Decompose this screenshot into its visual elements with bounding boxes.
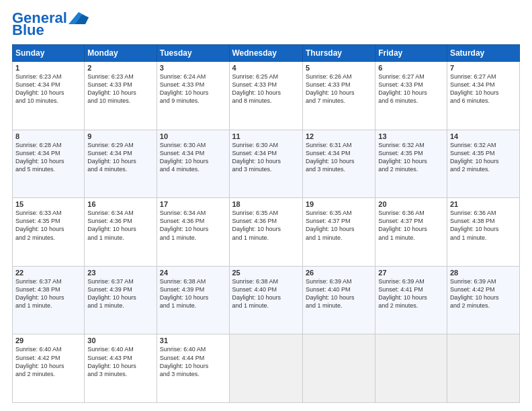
calendar-cell: 24 Sunrise: 6:38 AMSunset: 4:39 PMDaylig… [157,266,229,334]
day-number: 22 [15,269,81,277]
calendar-table: SundayMondayTuesdayWednesdayThursdayFrid… [12,44,520,403]
logo-icon [69,12,89,24]
weekday-monday: Monday [85,45,157,62]
calendar-cell: 9 Sunrise: 6:29 AMSunset: 4:34 PMDayligh… [85,130,157,198]
day-number: 30 [87,336,153,345]
day-number: 17 [160,200,226,208]
page: General Blue SundayMondayTuesdayWednesda… [0,0,532,411]
day-number: 15 [15,200,81,208]
calendar-cell: 27 Sunrise: 6:39 AMSunset: 4:41 PMDaylig… [375,266,447,334]
day-info: Sunrise: 6:30 AMSunset: 4:34 PMDaylight:… [160,142,209,173]
weekday-friday: Friday [375,45,447,62]
day-info: Sunrise: 6:34 AMSunset: 4:36 PMDaylight:… [87,210,136,240]
day-number: 25 [232,269,300,277]
day-info: Sunrise: 6:38 AMSunset: 4:39 PMDaylight:… [160,278,209,309]
day-info: Sunrise: 6:31 AMSunset: 4:34 PMDaylight:… [306,142,355,173]
day-info: Sunrise: 6:36 AMSunset: 4:37 PMDaylight:… [378,210,427,240]
day-number: 12 [306,132,372,140]
day-number: 31 [160,336,226,345]
calendar-cell: 28 Sunrise: 6:39 AMSunset: 4:42 PMDaylig… [447,266,519,334]
day-number: 10 [160,132,226,140]
calendar-cell: 7 Sunrise: 6:27 AMSunset: 4:34 PMDayligh… [447,62,519,130]
calendar-cell: 13 Sunrise: 6:32 AMSunset: 4:35 PMDaylig… [375,130,447,198]
day-number: 5 [306,64,372,72]
logo-blue: Blue [12,23,44,38]
day-info: Sunrise: 6:39 AMSunset: 4:42 PMDaylight:… [450,278,499,309]
day-number: 4 [232,64,300,72]
day-number: 29 [15,336,81,345]
calendar-cell: 10 Sunrise: 6:30 AMSunset: 4:34 PMDaylig… [157,130,229,198]
day-info: Sunrise: 6:35 AMSunset: 4:37 PMDaylight:… [306,210,355,240]
day-info: Sunrise: 6:39 AMSunset: 4:40 PMDaylight:… [306,278,355,309]
day-info: Sunrise: 6:36 AMSunset: 4:38 PMDaylight:… [450,210,499,240]
calendar-cell: 3 Sunrise: 6:24 AMSunset: 4:33 PMDayligh… [157,62,229,130]
weekday-sunday: Sunday [13,45,85,62]
calendar-cell: 4 Sunrise: 6:25 AMSunset: 4:33 PMDayligh… [229,62,302,130]
day-number: 16 [87,200,153,208]
day-number: 14 [450,132,517,140]
weekday-tuesday: Tuesday [157,45,229,62]
day-info: Sunrise: 6:40 AMSunset: 4:42 PMDaylight:… [15,346,64,377]
day-number: 8 [15,132,81,140]
week-row-4: 22 Sunrise: 6:37 AMSunset: 4:38 PMDaylig… [13,266,520,334]
day-info: Sunrise: 6:35 AMSunset: 4:36 PMDaylight:… [232,210,281,240]
logo: General Blue [12,11,89,38]
day-info: Sunrise: 6:26 AMSunset: 4:33 PMDaylight:… [306,73,355,104]
calendar-cell: 12 Sunrise: 6:31 AMSunset: 4:34 PMDaylig… [302,130,375,198]
calendar-cell: 29 Sunrise: 6:40 AMSunset: 4:42 PMDaylig… [13,334,85,403]
day-info: Sunrise: 6:27 AMSunset: 4:34 PMDaylight:… [450,73,499,104]
day-number: 26 [306,269,372,277]
weekday-wednesday: Wednesday [229,45,302,62]
day-number: 2 [87,64,153,72]
calendar-cell: 25 Sunrise: 6:38 AMSunset: 4:40 PMDaylig… [229,266,302,334]
day-number: 1 [15,64,81,72]
calendar-cell: 30 Sunrise: 6:40 AMSunset: 4:43 PMDaylig… [85,334,157,403]
calendar-cell: 2 Sunrise: 6:23 AMSunset: 4:33 PMDayligh… [85,62,157,130]
day-number: 24 [160,269,226,277]
day-number: 19 [306,200,372,208]
calendar-cell [447,334,519,403]
week-row-3: 15 Sunrise: 6:33 AMSunset: 4:35 PMDaylig… [13,198,520,267]
calendar-cell [302,334,375,403]
day-info: Sunrise: 6:23 AMSunset: 4:34 PMDaylight:… [15,73,64,104]
day-info: Sunrise: 6:28 AMSunset: 4:34 PMDaylight:… [15,142,64,173]
week-row-1: 1 Sunrise: 6:23 AMSunset: 4:34 PMDayligh… [13,62,520,130]
day-info: Sunrise: 6:37 AMSunset: 4:39 PMDaylight:… [87,278,136,309]
week-row-2: 8 Sunrise: 6:28 AMSunset: 4:34 PMDayligh… [13,130,520,198]
calendar-cell: 5 Sunrise: 6:26 AMSunset: 4:33 PMDayligh… [302,62,375,130]
day-number: 23 [87,269,153,277]
day-number: 3 [160,64,226,72]
day-number: 7 [450,64,517,72]
day-info: Sunrise: 6:23 AMSunset: 4:33 PMDaylight:… [87,73,136,104]
day-info: Sunrise: 6:25 AMSunset: 4:33 PMDaylight:… [232,73,281,104]
day-info: Sunrise: 6:40 AMSunset: 4:44 PMDaylight:… [160,346,209,377]
calendar-cell: 15 Sunrise: 6:33 AMSunset: 4:35 PMDaylig… [13,198,85,267]
calendar-cell: 21 Sunrise: 6:36 AMSunset: 4:38 PMDaylig… [447,198,519,267]
calendar-cell: 14 Sunrise: 6:32 AMSunset: 4:35 PMDaylig… [447,130,519,198]
calendar-cell: 20 Sunrise: 6:36 AMSunset: 4:37 PMDaylig… [375,198,447,267]
calendar-cell: 17 Sunrise: 6:34 AMSunset: 4:36 PMDaylig… [157,198,229,267]
calendar-cell [375,334,447,403]
day-info: Sunrise: 6:27 AMSunset: 4:33 PMDaylight:… [378,73,427,104]
header: General Blue [12,11,520,38]
calendar-cell: 31 Sunrise: 6:40 AMSunset: 4:44 PMDaylig… [157,334,229,403]
day-number: 11 [232,132,300,140]
day-info: Sunrise: 6:37 AMSunset: 4:38 PMDaylight:… [15,278,64,309]
calendar-cell: 19 Sunrise: 6:35 AMSunset: 4:37 PMDaylig… [302,198,375,267]
weekday-header-row: SundayMondayTuesdayWednesdayThursdayFrid… [13,45,520,62]
day-info: Sunrise: 6:40 AMSunset: 4:43 PMDaylight:… [87,346,136,377]
day-info: Sunrise: 6:24 AMSunset: 4:33 PMDaylight:… [160,73,209,104]
calendar-cell: 23 Sunrise: 6:37 AMSunset: 4:39 PMDaylig… [85,266,157,334]
calendar-cell: 26 Sunrise: 6:39 AMSunset: 4:40 PMDaylig… [302,266,375,334]
calendar-cell: 8 Sunrise: 6:28 AMSunset: 4:34 PMDayligh… [13,130,85,198]
day-info: Sunrise: 6:32 AMSunset: 4:35 PMDaylight:… [450,142,499,173]
calendar-cell: 16 Sunrise: 6:34 AMSunset: 4:36 PMDaylig… [85,198,157,267]
day-number: 27 [378,269,444,277]
calendar-cell: 11 Sunrise: 6:30 AMSunset: 4:34 PMDaylig… [229,130,302,198]
calendar-cell: 1 Sunrise: 6:23 AMSunset: 4:34 PMDayligh… [13,62,85,130]
calendar-cell [229,334,302,403]
calendar-cell: 6 Sunrise: 6:27 AMSunset: 4:33 PMDayligh… [375,62,447,130]
calendar-cell: 18 Sunrise: 6:35 AMSunset: 4:36 PMDaylig… [229,198,302,267]
calendar-cell: 22 Sunrise: 6:37 AMSunset: 4:38 PMDaylig… [13,266,85,334]
weekday-saturday: Saturday [447,45,519,62]
